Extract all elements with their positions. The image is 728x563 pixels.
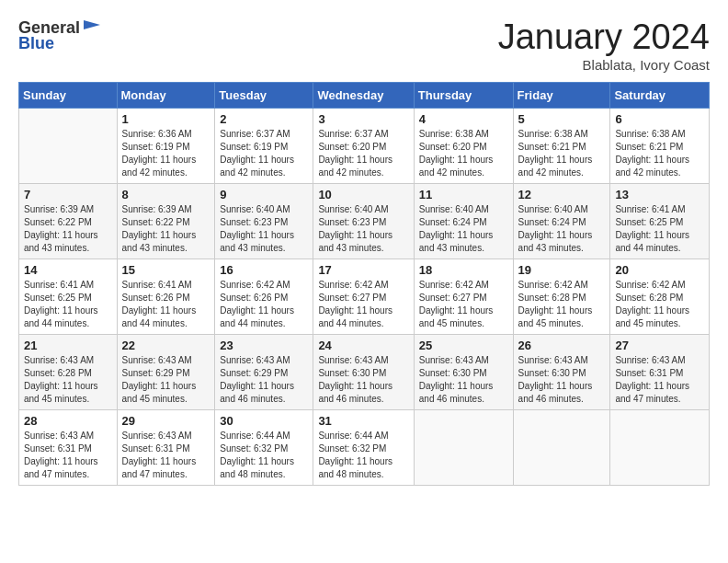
day-info: Sunrise: 6:40 AMSunset: 6:24 PMDaylight:… xyxy=(518,203,606,255)
calendar-cell: 21Sunrise: 6:43 AMSunset: 6:28 PMDayligh… xyxy=(19,334,118,409)
day-info: Sunrise: 6:38 AMSunset: 6:21 PMDaylight:… xyxy=(518,128,606,179)
calendar-cell: 17Sunrise: 6:42 AMSunset: 6:27 PMDayligh… xyxy=(313,259,414,334)
calendar-cell xyxy=(414,409,513,485)
day-number: 4 xyxy=(419,112,508,126)
calendar-week-row: 28Sunrise: 6:43 AMSunset: 6:31 PMDayligh… xyxy=(19,409,710,485)
day-number: 6 xyxy=(615,112,704,126)
day-info: Sunrise: 6:42 AMSunset: 6:27 PMDaylight:… xyxy=(318,279,408,330)
day-number: 21 xyxy=(24,339,112,352)
day-number: 18 xyxy=(419,263,508,277)
day-number: 28 xyxy=(24,414,112,428)
day-number: 9 xyxy=(220,188,308,201)
calendar-cell: 6Sunrise: 6:38 AMSunset: 6:21 PMDaylight… xyxy=(610,108,710,183)
day-header-sunday: Sunday xyxy=(19,82,118,108)
calendar-cell: 9Sunrise: 6:40 AMSunset: 6:23 PMDaylight… xyxy=(215,183,313,259)
day-number: 7 xyxy=(24,188,112,201)
day-info: Sunrise: 6:37 AMSunset: 6:19 PMDaylight:… xyxy=(220,128,308,179)
calendar-week-row: 14Sunrise: 6:41 AMSunset: 6:25 PMDayligh… xyxy=(19,259,710,334)
day-number: 31 xyxy=(318,414,408,428)
day-number: 12 xyxy=(518,188,606,201)
day-number: 17 xyxy=(318,263,408,277)
calendar-cell: 7Sunrise: 6:39 AMSunset: 6:22 PMDaylight… xyxy=(19,183,118,259)
calendar-cell: 25Sunrise: 6:43 AMSunset: 6:30 PMDayligh… xyxy=(414,334,513,409)
calendar-cell: 1Sunrise: 6:36 AMSunset: 6:19 PMDaylight… xyxy=(117,108,215,183)
day-info: Sunrise: 6:43 AMSunset: 6:28 PMDaylight:… xyxy=(24,354,112,406)
calendar-week-row: 1Sunrise: 6:36 AMSunset: 6:19 PMDaylight… xyxy=(19,108,710,183)
calendar-cell: 3Sunrise: 6:37 AMSunset: 6:20 PMDaylight… xyxy=(313,108,414,183)
day-info: Sunrise: 6:38 AMSunset: 6:21 PMDaylight:… xyxy=(615,128,704,179)
day-info: Sunrise: 6:39 AMSunset: 6:22 PMDaylight:… xyxy=(122,203,210,255)
calendar-cell: 16Sunrise: 6:42 AMSunset: 6:26 PMDayligh… xyxy=(215,259,313,334)
day-header-monday: Monday xyxy=(117,82,215,108)
calendar-cell: 2Sunrise: 6:37 AMSunset: 6:19 PMDaylight… xyxy=(215,108,313,183)
day-info: Sunrise: 6:42 AMSunset: 6:28 PMDaylight:… xyxy=(518,279,606,330)
svg-marker-0 xyxy=(84,20,100,29)
day-info: Sunrise: 6:41 AMSunset: 6:25 PMDaylight:… xyxy=(24,279,112,330)
day-info: Sunrise: 6:43 AMSunset: 6:30 PMDaylight:… xyxy=(318,354,408,406)
day-number: 2 xyxy=(220,112,308,126)
day-info: Sunrise: 6:44 AMSunset: 6:32 PMDaylight:… xyxy=(220,430,308,481)
calendar-cell xyxy=(610,409,710,485)
day-number: 26 xyxy=(518,339,606,352)
day-info: Sunrise: 6:40 AMSunset: 6:23 PMDaylight:… xyxy=(220,203,308,255)
day-info: Sunrise: 6:38 AMSunset: 6:20 PMDaylight:… xyxy=(419,128,508,179)
day-info: Sunrise: 6:41 AMSunset: 6:26 PMDaylight:… xyxy=(122,279,210,330)
calendar-cell: 20Sunrise: 6:42 AMSunset: 6:28 PMDayligh… xyxy=(610,259,710,334)
calendar-cell: 22Sunrise: 6:43 AMSunset: 6:29 PMDayligh… xyxy=(117,334,215,409)
day-number: 30 xyxy=(220,414,308,428)
calendar-header-row: SundayMondayTuesdayWednesdayThursdayFrid… xyxy=(19,82,710,108)
day-info: Sunrise: 6:37 AMSunset: 6:20 PMDaylight:… xyxy=(318,128,408,179)
calendar-cell: 29Sunrise: 6:43 AMSunset: 6:31 PMDayligh… xyxy=(117,409,215,485)
day-number: 3 xyxy=(318,112,408,126)
calendar-cell: 14Sunrise: 6:41 AMSunset: 6:25 PMDayligh… xyxy=(19,259,118,334)
calendar-page: General Blue January 2024 Blablata, Ivor… xyxy=(0,0,728,563)
calendar-cell: 11Sunrise: 6:40 AMSunset: 6:24 PMDayligh… xyxy=(414,183,513,259)
calendar-cell: 4Sunrise: 6:38 AMSunset: 6:20 PMDaylight… xyxy=(414,108,513,183)
day-number: 29 xyxy=(122,414,210,428)
calendar-cell: 8Sunrise: 6:39 AMSunset: 6:22 PMDaylight… xyxy=(117,183,215,259)
day-info: Sunrise: 6:41 AMSunset: 6:25 PMDaylight:… xyxy=(615,203,704,255)
page-header: General Blue January 2024 Blablata, Ivor… xyxy=(18,18,710,73)
day-number: 24 xyxy=(318,339,408,352)
calendar-cell: 31Sunrise: 6:44 AMSunset: 6:32 PMDayligh… xyxy=(313,409,414,485)
calendar-week-row: 21Sunrise: 6:43 AMSunset: 6:28 PMDayligh… xyxy=(19,334,710,409)
calendar-cell: 19Sunrise: 6:42 AMSunset: 6:28 PMDayligh… xyxy=(513,259,610,334)
calendar-week-row: 7Sunrise: 6:39 AMSunset: 6:22 PMDaylight… xyxy=(19,183,710,259)
day-number: 22 xyxy=(122,339,210,352)
day-info: Sunrise: 6:36 AMSunset: 6:19 PMDaylight:… xyxy=(122,128,210,179)
day-header-friday: Friday xyxy=(513,82,610,108)
day-info: Sunrise: 6:42 AMSunset: 6:27 PMDaylight:… xyxy=(419,279,508,330)
calendar-cell: 24Sunrise: 6:43 AMSunset: 6:30 PMDayligh… xyxy=(313,334,414,409)
day-info: Sunrise: 6:44 AMSunset: 6:32 PMDaylight:… xyxy=(318,430,408,481)
month-title: January 2024 xyxy=(498,18,710,57)
day-header-saturday: Saturday xyxy=(610,82,710,108)
day-number: 15 xyxy=(122,263,210,277)
day-number: 19 xyxy=(518,263,606,277)
day-header-tuesday: Tuesday xyxy=(215,82,313,108)
calendar-cell: 26Sunrise: 6:43 AMSunset: 6:30 PMDayligh… xyxy=(513,334,610,409)
day-number: 8 xyxy=(122,188,210,201)
day-info: Sunrise: 6:40 AMSunset: 6:24 PMDaylight:… xyxy=(419,203,508,255)
day-number: 16 xyxy=(220,263,308,277)
location: Blablata, Ivory Coast xyxy=(498,57,710,73)
calendar-cell xyxy=(19,108,118,183)
calendar-cell: 13Sunrise: 6:41 AMSunset: 6:25 PMDayligh… xyxy=(610,183,710,259)
calendar-cell: 27Sunrise: 6:43 AMSunset: 6:31 PMDayligh… xyxy=(610,334,710,409)
calendar-cell xyxy=(513,409,610,485)
day-number: 20 xyxy=(615,263,704,277)
calendar-cell: 23Sunrise: 6:43 AMSunset: 6:29 PMDayligh… xyxy=(215,334,313,409)
calendar-cell: 30Sunrise: 6:44 AMSunset: 6:32 PMDayligh… xyxy=(215,409,313,485)
day-number: 23 xyxy=(220,339,308,352)
day-info: Sunrise: 6:39 AMSunset: 6:22 PMDaylight:… xyxy=(24,203,112,255)
day-info: Sunrise: 6:43 AMSunset: 6:31 PMDaylight:… xyxy=(24,430,112,481)
day-info: Sunrise: 6:42 AMSunset: 6:28 PMDaylight:… xyxy=(615,279,704,330)
calendar-cell: 12Sunrise: 6:40 AMSunset: 6:24 PMDayligh… xyxy=(513,183,610,259)
day-header-wednesday: Wednesday xyxy=(313,82,414,108)
day-number: 11 xyxy=(419,188,508,201)
calendar-cell: 15Sunrise: 6:41 AMSunset: 6:26 PMDayligh… xyxy=(117,259,215,334)
day-number: 27 xyxy=(615,339,704,352)
day-info: Sunrise: 6:43 AMSunset: 6:29 PMDaylight:… xyxy=(122,354,210,406)
day-number: 10 xyxy=(318,188,408,201)
day-info: Sunrise: 6:42 AMSunset: 6:26 PMDaylight:… xyxy=(220,279,308,330)
day-number: 5 xyxy=(518,112,606,126)
